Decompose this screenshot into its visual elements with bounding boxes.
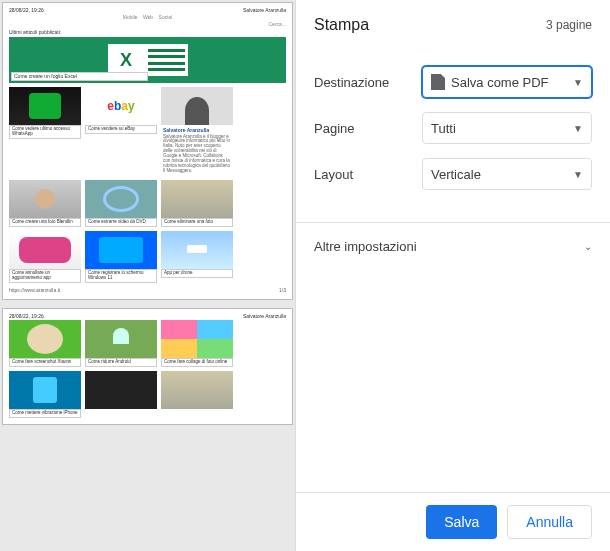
article-caption: Come eliminare una foto (161, 218, 233, 227)
article-tile: Come eliminare una foto (161, 180, 233, 227)
print-preview-pane[interactable]: 28/08/22, 19:26 Salvatore Aranzulla Mobi… (0, 0, 295, 551)
preview-date: 28/08/22, 19:26 (9, 7, 44, 13)
chevron-down-icon: ▼ (573, 123, 583, 134)
preview-page-1: 28/08/22, 19:26 Salvatore Aranzulla Mobi… (2, 2, 293, 300)
preview-footer-url: https://www.aranzulla.it (9, 287, 60, 293)
preview-search: Cerca... (9, 21, 286, 27)
preview-author-2: Salvatore Aranzulla (243, 313, 286, 319)
destination-value: Salva come PDF (451, 75, 549, 90)
chevron-down-icon: ▼ (573, 169, 583, 180)
article-thumb (161, 320, 233, 358)
preview-subhead: Ultimi articoli pubblicati: (9, 29, 286, 35)
article-caption: Come creare una foto Blendlin (9, 218, 81, 227)
article-caption: Come vedere ultimo accesso WhatsApp (9, 125, 81, 139)
article-caption: Come fare collage di foto online (161, 358, 233, 367)
dialog-actions: Salva Annulla (296, 492, 610, 551)
article-caption: Come estrarre video da DVD (85, 218, 157, 227)
article-thumb (85, 231, 157, 269)
pdf-file-icon (431, 74, 445, 90)
article-caption: Come ridurre Android (85, 358, 157, 367)
panel-title: Stampa (314, 16, 369, 34)
cancel-button[interactable]: Annulla (507, 505, 592, 539)
pages-label: Pagine (314, 121, 422, 136)
article-tile: Come vedere ultimo accesso WhatsApp (9, 87, 81, 176)
chevron-down-icon: ▼ (573, 77, 583, 88)
print-dialog: 28/08/22, 19:26 Salvatore Aranzulla Mobi… (0, 0, 610, 551)
destination-label: Destinazione (314, 75, 422, 90)
article-thumb (161, 371, 233, 409)
article-caption: App per drone (161, 269, 233, 278)
article-thumb (9, 87, 81, 125)
article-tile: Come registrare lo schermo Windows 11 (85, 231, 157, 283)
hero-caption: Come creare un foglio Excel (11, 72, 148, 82)
more-settings-toggle[interactable]: Altre impostazioni ⌄ (296, 222, 610, 270)
article-caption: Come vendere su eBay (85, 125, 157, 134)
preview-author: Salvatore Aranzulla (243, 7, 286, 13)
more-settings-label: Altre impostazioni (314, 239, 417, 254)
author-blurb: Salvatore AranzullaSalvatore Aranzulla è… (161, 125, 233, 176)
article-thumb (9, 231, 81, 269)
print-settings-panel: Stampa 3 pagine Destinazione Salva come … (295, 0, 610, 551)
article-grid-p2: Come fare screenshot XiaomiCome ridurre … (9, 320, 286, 418)
article-tile (161, 371, 233, 418)
author-tile: Salvatore AranzullaSalvatore Aranzulla è… (161, 87, 233, 176)
layout-label: Layout (314, 167, 422, 182)
article-caption: Come fare screenshot Xiaomi (9, 358, 81, 367)
layout-select[interactable]: Verticale ▼ (422, 158, 592, 190)
author-photo (161, 87, 233, 125)
article-tile: Come annullare un aggiornamento app (9, 231, 81, 283)
article-tile: ebayCome vendere su eBay (85, 87, 157, 176)
pages-select[interactable]: Tutti ▼ (422, 112, 592, 144)
article-tile: Come creare una foto Blendlin (9, 180, 81, 227)
article-thumb (9, 371, 81, 409)
article-thumb: ebay (85, 87, 157, 125)
article-thumb (9, 320, 81, 358)
article-thumb (161, 180, 233, 218)
article-tile (85, 371, 157, 418)
article-grid-p1: Come vedere ultimo accesso WhatsAppebayC… (9, 87, 286, 283)
article-tile: Come mettere vibrazione iPhone (9, 371, 81, 418)
pages-value: Tutti (431, 121, 456, 136)
preview-footer-page: 1/3 (279, 287, 286, 293)
article-thumb (161, 231, 233, 269)
hero-tile: X Come creare un foglio Excel (9, 37, 286, 83)
chevron-down-icon: ⌄ (584, 241, 592, 252)
preview-page-2: 28/08/22, 19:26 Salvatore Aranzulla Come… (2, 308, 293, 425)
article-tile: Come fare collage di foto online (161, 320, 233, 367)
article-caption: Come annullare un aggiornamento app (9, 269, 81, 283)
article-caption: Come registrare lo schermo Windows 11 (85, 269, 157, 283)
destination-select[interactable]: Salva come PDF ▼ (422, 66, 592, 98)
article-caption: Come mettere vibrazione iPhone (9, 409, 81, 418)
preview-date-2: 28/08/22, 19:26 (9, 313, 44, 319)
article-thumb (9, 180, 81, 218)
article-thumb (85, 320, 157, 358)
article-tile: Come fare screenshot Xiaomi (9, 320, 81, 367)
article-tile: Come estrarre video da DVD (85, 180, 157, 227)
save-button[interactable]: Salva (426, 505, 497, 539)
article-thumb (85, 371, 157, 409)
page-count: 3 pagine (546, 18, 592, 32)
preview-nav: Mobile Web Social (9, 14, 286, 20)
article-tile: App per drone (161, 231, 233, 283)
article-thumb (85, 180, 157, 218)
article-tile: Come ridurre Android (85, 320, 157, 367)
layout-value: Verticale (431, 167, 481, 182)
